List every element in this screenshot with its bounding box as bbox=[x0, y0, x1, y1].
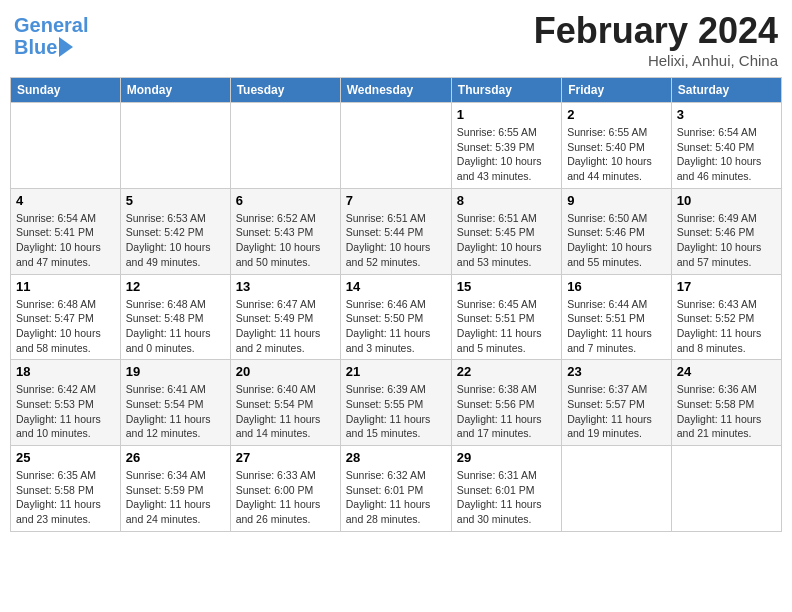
calendar-cell: 8Sunrise: 6:51 AM Sunset: 5:45 PM Daylig… bbox=[451, 188, 561, 274]
calendar-cell: 21Sunrise: 6:39 AM Sunset: 5:55 PM Dayli… bbox=[340, 360, 451, 446]
day-info: Sunrise: 6:48 AM Sunset: 5:48 PM Dayligh… bbox=[126, 297, 225, 356]
day-number: 5 bbox=[126, 193, 225, 208]
day-info: Sunrise: 6:55 AM Sunset: 5:40 PM Dayligh… bbox=[567, 125, 666, 184]
calendar-cell: 17Sunrise: 6:43 AM Sunset: 5:52 PM Dayli… bbox=[671, 274, 781, 360]
calendar-cell: 25Sunrise: 6:35 AM Sunset: 5:58 PM Dayli… bbox=[11, 446, 121, 532]
day-info: Sunrise: 6:55 AM Sunset: 5:39 PM Dayligh… bbox=[457, 125, 556, 184]
week-row-4: 18Sunrise: 6:42 AM Sunset: 5:53 PM Dayli… bbox=[11, 360, 782, 446]
calendar-cell: 23Sunrise: 6:37 AM Sunset: 5:57 PM Dayli… bbox=[562, 360, 672, 446]
title-block: February 2024 Helixi, Anhui, China bbox=[534, 10, 778, 69]
logo-text: General bbox=[14, 14, 88, 36]
day-number: 1 bbox=[457, 107, 556, 122]
day-number: 18 bbox=[16, 364, 115, 379]
weekday-header-wednesday: Wednesday bbox=[340, 78, 451, 103]
day-info: Sunrise: 6:52 AM Sunset: 5:43 PM Dayligh… bbox=[236, 211, 335, 270]
day-number: 26 bbox=[126, 450, 225, 465]
calendar-cell: 20Sunrise: 6:40 AM Sunset: 5:54 PM Dayli… bbox=[230, 360, 340, 446]
day-number: 4 bbox=[16, 193, 115, 208]
calendar-cell: 2Sunrise: 6:55 AM Sunset: 5:40 PM Daylig… bbox=[562, 103, 672, 189]
logo: General Blue bbox=[14, 14, 88, 58]
day-info: Sunrise: 6:51 AM Sunset: 5:44 PM Dayligh… bbox=[346, 211, 446, 270]
day-number: 14 bbox=[346, 279, 446, 294]
calendar-cell: 6Sunrise: 6:52 AM Sunset: 5:43 PM Daylig… bbox=[230, 188, 340, 274]
calendar-cell: 9Sunrise: 6:50 AM Sunset: 5:46 PM Daylig… bbox=[562, 188, 672, 274]
logo-arrow-icon bbox=[59, 37, 73, 57]
calendar-cell bbox=[671, 446, 781, 532]
day-info: Sunrise: 6:37 AM Sunset: 5:57 PM Dayligh… bbox=[567, 382, 666, 441]
day-info: Sunrise: 6:40 AM Sunset: 5:54 PM Dayligh… bbox=[236, 382, 335, 441]
calendar-cell: 18Sunrise: 6:42 AM Sunset: 5:53 PM Dayli… bbox=[11, 360, 121, 446]
week-row-1: 1Sunrise: 6:55 AM Sunset: 5:39 PM Daylig… bbox=[11, 103, 782, 189]
day-info: Sunrise: 6:39 AM Sunset: 5:55 PM Dayligh… bbox=[346, 382, 446, 441]
day-info: Sunrise: 6:49 AM Sunset: 5:46 PM Dayligh… bbox=[677, 211, 776, 270]
day-info: Sunrise: 6:31 AM Sunset: 6:01 PM Dayligh… bbox=[457, 468, 556, 527]
day-number: 25 bbox=[16, 450, 115, 465]
day-info: Sunrise: 6:44 AM Sunset: 5:51 PM Dayligh… bbox=[567, 297, 666, 356]
week-row-2: 4Sunrise: 6:54 AM Sunset: 5:41 PM Daylig… bbox=[11, 188, 782, 274]
day-info: Sunrise: 6:51 AM Sunset: 5:45 PM Dayligh… bbox=[457, 211, 556, 270]
weekday-header-tuesday: Tuesday bbox=[230, 78, 340, 103]
day-info: Sunrise: 6:38 AM Sunset: 5:56 PM Dayligh… bbox=[457, 382, 556, 441]
calendar-table: SundayMondayTuesdayWednesdayThursdayFrid… bbox=[10, 77, 782, 532]
calendar-cell: 24Sunrise: 6:36 AM Sunset: 5:58 PM Dayli… bbox=[671, 360, 781, 446]
day-number: 3 bbox=[677, 107, 776, 122]
weekday-header-row: SundayMondayTuesdayWednesdayThursdayFrid… bbox=[11, 78, 782, 103]
calendar-cell: 10Sunrise: 6:49 AM Sunset: 5:46 PM Dayli… bbox=[671, 188, 781, 274]
weekday-header-friday: Friday bbox=[562, 78, 672, 103]
day-info: Sunrise: 6:53 AM Sunset: 5:42 PM Dayligh… bbox=[126, 211, 225, 270]
day-number: 12 bbox=[126, 279, 225, 294]
day-info: Sunrise: 6:46 AM Sunset: 5:50 PM Dayligh… bbox=[346, 297, 446, 356]
month-title: February 2024 bbox=[534, 10, 778, 52]
calendar-cell: 5Sunrise: 6:53 AM Sunset: 5:42 PM Daylig… bbox=[120, 188, 230, 274]
day-info: Sunrise: 6:43 AM Sunset: 5:52 PM Dayligh… bbox=[677, 297, 776, 356]
calendar-cell bbox=[11, 103, 121, 189]
weekday-header-sunday: Sunday bbox=[11, 78, 121, 103]
day-number: 11 bbox=[16, 279, 115, 294]
day-number: 16 bbox=[567, 279, 666, 294]
page-header: General Blue February 2024 Helixi, Anhui… bbox=[10, 10, 782, 69]
day-number: 8 bbox=[457, 193, 556, 208]
day-info: Sunrise: 6:50 AM Sunset: 5:46 PM Dayligh… bbox=[567, 211, 666, 270]
day-number: 10 bbox=[677, 193, 776, 208]
calendar-cell: 3Sunrise: 6:54 AM Sunset: 5:40 PM Daylig… bbox=[671, 103, 781, 189]
week-row-3: 11Sunrise: 6:48 AM Sunset: 5:47 PM Dayli… bbox=[11, 274, 782, 360]
calendar-cell: 19Sunrise: 6:41 AM Sunset: 5:54 PM Dayli… bbox=[120, 360, 230, 446]
day-number: 24 bbox=[677, 364, 776, 379]
calendar-cell: 29Sunrise: 6:31 AM Sunset: 6:01 PM Dayli… bbox=[451, 446, 561, 532]
day-number: 28 bbox=[346, 450, 446, 465]
day-info: Sunrise: 6:34 AM Sunset: 5:59 PM Dayligh… bbox=[126, 468, 225, 527]
day-number: 9 bbox=[567, 193, 666, 208]
day-number: 6 bbox=[236, 193, 335, 208]
day-info: Sunrise: 6:48 AM Sunset: 5:47 PM Dayligh… bbox=[16, 297, 115, 356]
day-number: 2 bbox=[567, 107, 666, 122]
logo-blue: Blue bbox=[14, 36, 57, 58]
calendar-cell bbox=[120, 103, 230, 189]
day-info: Sunrise: 6:47 AM Sunset: 5:49 PM Dayligh… bbox=[236, 297, 335, 356]
location-subtitle: Helixi, Anhui, China bbox=[534, 52, 778, 69]
calendar-cell bbox=[340, 103, 451, 189]
day-info: Sunrise: 6:54 AM Sunset: 5:41 PM Dayligh… bbox=[16, 211, 115, 270]
calendar-cell bbox=[562, 446, 672, 532]
calendar-cell: 12Sunrise: 6:48 AM Sunset: 5:48 PM Dayli… bbox=[120, 274, 230, 360]
calendar-cell: 26Sunrise: 6:34 AM Sunset: 5:59 PM Dayli… bbox=[120, 446, 230, 532]
calendar-cell bbox=[230, 103, 340, 189]
day-number: 23 bbox=[567, 364, 666, 379]
day-number: 17 bbox=[677, 279, 776, 294]
calendar-cell: 22Sunrise: 6:38 AM Sunset: 5:56 PM Dayli… bbox=[451, 360, 561, 446]
calendar-cell: 16Sunrise: 6:44 AM Sunset: 5:51 PM Dayli… bbox=[562, 274, 672, 360]
day-info: Sunrise: 6:42 AM Sunset: 5:53 PM Dayligh… bbox=[16, 382, 115, 441]
calendar-cell: 28Sunrise: 6:32 AM Sunset: 6:01 PM Dayli… bbox=[340, 446, 451, 532]
day-info: Sunrise: 6:45 AM Sunset: 5:51 PM Dayligh… bbox=[457, 297, 556, 356]
weekday-header-monday: Monday bbox=[120, 78, 230, 103]
calendar-cell: 15Sunrise: 6:45 AM Sunset: 5:51 PM Dayli… bbox=[451, 274, 561, 360]
calendar-cell: 14Sunrise: 6:46 AM Sunset: 5:50 PM Dayli… bbox=[340, 274, 451, 360]
day-number: 19 bbox=[126, 364, 225, 379]
day-number: 7 bbox=[346, 193, 446, 208]
day-info: Sunrise: 6:32 AM Sunset: 6:01 PM Dayligh… bbox=[346, 468, 446, 527]
calendar-cell: 27Sunrise: 6:33 AM Sunset: 6:00 PM Dayli… bbox=[230, 446, 340, 532]
day-info: Sunrise: 6:54 AM Sunset: 5:40 PM Dayligh… bbox=[677, 125, 776, 184]
day-info: Sunrise: 6:41 AM Sunset: 5:54 PM Dayligh… bbox=[126, 382, 225, 441]
calendar-cell: 11Sunrise: 6:48 AM Sunset: 5:47 PM Dayli… bbox=[11, 274, 121, 360]
logo-general: General bbox=[14, 14, 88, 36]
day-number: 27 bbox=[236, 450, 335, 465]
